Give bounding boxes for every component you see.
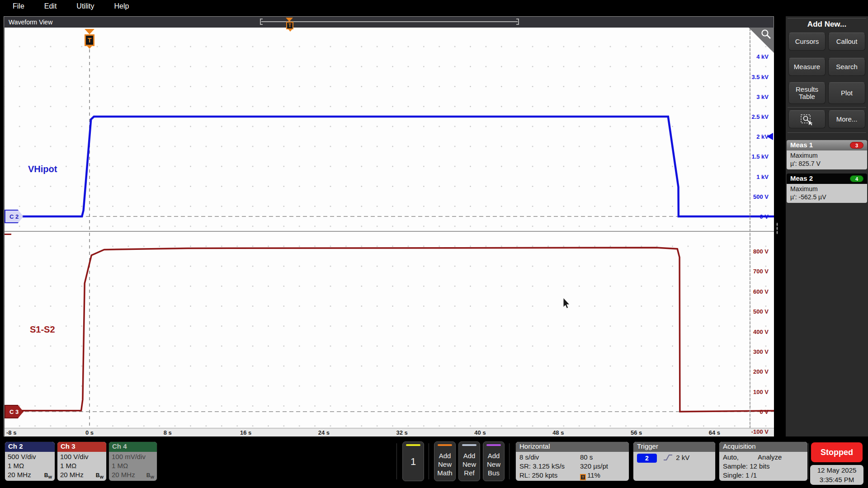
horizontal-position-bar[interactable] [261, 21, 518, 22]
add-new-math-button[interactable]: Add New Math [434, 441, 456, 481]
menu-item-edit[interactable]: Edit [44, 2, 57, 10]
time-tick: 24 s [318, 429, 330, 436]
rising-edge-icon [662, 453, 674, 462]
trigger-position-minimap-icon[interactable]: T [286, 22, 293, 29]
horizontal-scale: 8 s/div [519, 453, 539, 462]
math-color-stripe [438, 444, 452, 446]
bandwidth-limit-icon: BW [146, 471, 154, 481]
menu-item-file[interactable]: File [13, 2, 24, 10]
waveform-view-title: Waveform View [4, 17, 774, 28]
ch3-edge-marker [5, 234, 11, 235]
meas1-header: Meas 1 3 [787, 140, 867, 150]
ch3-name: Ch 3 [57, 442, 106, 452]
magnifier-icon[interactable] [760, 28, 772, 40]
trigger-title: Trigger [633, 442, 715, 452]
ch2-bandwidth: 20 MHz [8, 470, 31, 479]
ch3-ytick: 800 V [753, 248, 769, 255]
bandwidth-limit-icon: BW [44, 471, 52, 481]
ch2-ytick: 2.5 kV [751, 113, 769, 120]
trigger-position-icon: T [580, 474, 586, 480]
waveform-1-button[interactable]: 1 [402, 441, 424, 481]
trigger-position-pointer-icon[interactable] [286, 18, 293, 22]
meas2-body: Maximum µ': -562.5 µV [787, 184, 867, 203]
ch3-bandwidth: 20 MHz [60, 470, 84, 479]
time-tick: 40 s [474, 429, 486, 436]
cursors-button[interactable]: Cursors [788, 33, 826, 51]
horizontal-duration: 80 s [580, 453, 625, 462]
time-tick: 64 s [709, 429, 720, 436]
ch2-ytick: 3 kV [756, 93, 769, 100]
ref-color-stripe [462, 444, 476, 446]
waveform-view-panel: Waveform View T T C 2 C 3 VHipot S1-S2 4… [4, 16, 774, 436]
mouse-cursor-icon [563, 298, 571, 310]
menu-item-utility[interactable]: Utility [76, 2, 94, 10]
run-stop-status-button[interactable]: Stopped [811, 442, 863, 462]
ch2-ytick: 4 kV [756, 53, 769, 60]
trigger-marker-icon[interactable]: T [85, 34, 94, 46]
time-label: 3:35:45 PM [810, 475, 863, 484]
minor-tick-column [750, 28, 750, 428]
waveform-plot-area[interactable]: T C 2 C 3 VHipot S1-S2 4 kV3.5 kV3 kV2.5… [5, 28, 774, 428]
ch2-ytick: 3.5 kV [751, 73, 769, 80]
channel-4-badge[interactable]: Ch 4 100 mV/div 1 MΩ 20 MHz BW [108, 441, 157, 481]
waveform-svg [5, 28, 774, 428]
time-tick: -8 s [6, 429, 16, 436]
time-tick: 56 s [631, 429, 642, 436]
horizontal-badge[interactable]: Horizontal 8 s/div 80 s SR: 3.125 kS/s 3… [515, 441, 629, 481]
meas2-value: µ': -562.5 µV [790, 193, 863, 201]
more-button[interactable]: More... [828, 110, 865, 128]
time-tick: 32 s [396, 429, 408, 436]
bus-color-stripe [486, 444, 501, 446]
meas1-source-pill: 3 [850, 142, 863, 149]
ch3-ytick: 300 V [753, 348, 769, 355]
record-start-bracket [260, 19, 263, 25]
horizontal-title: Horizontal [516, 442, 629, 452]
trigger-level: 2 kV [676, 454, 689, 461]
ch3-impedance: 1 MΩ [60, 461, 104, 470]
menu-bar: FileEditUtilityHelp [0, 0, 868, 13]
time-axis-strip: -8 s0 s8 s16 s24 s32 s40 s48 s56 s64 s [5, 428, 774, 436]
search-button[interactable]: Search [828, 58, 865, 76]
callout-button[interactable]: Callout [828, 33, 865, 51]
ch2-impedance: 1 MΩ [8, 461, 52, 470]
trigger-marker-pointer-icon[interactable] [85, 29, 94, 34]
trace-vhipot[interactable] [5, 117, 774, 216]
plot-button[interactable]: Plot [828, 82, 865, 104]
ch3-trace-label[interactable]: S1-S2 [30, 324, 55, 335]
trigger-position-percent: 11% [587, 471, 600, 479]
ch3-ytick: 200 V [753, 368, 769, 375]
waveform-1-color-stripe [406, 444, 420, 446]
time-tick: 8 s [164, 429, 172, 436]
results-table-button[interactable]: Results Table [788, 82, 826, 104]
meas2-title: Meas 2 [790, 174, 813, 182]
trigger-level-arrow-icon[interactable] [767, 133, 773, 140]
results-bar: Add New... Cursors Callout Measure Searc… [786, 16, 868, 436]
menu-item-help[interactable]: Help [114, 2, 129, 10]
ch2-name: Ch 2 [5, 442, 55, 452]
date-label: 12 May 2025 [810, 465, 863, 475]
ch2-trace-label[interactable]: VHipot [28, 164, 57, 174]
meas1-type: Maximum [790, 151, 863, 160]
meas1-badge[interactable]: Meas 1 3 Maximum µ': 825.7 V [787, 140, 867, 169]
acquisition-single: Single: 1 /1 [723, 471, 804, 480]
ch3-ytick: 100 V [753, 388, 769, 395]
add-bus-label: Add New Bus [487, 452, 500, 477]
time-tick: 16 s [240, 429, 251, 436]
zoom-select-button[interactable] [788, 110, 826, 128]
ch4-scale: 100 mV/div [112, 452, 154, 461]
channel-3-badge[interactable]: Ch 3 100 V/div 1 MΩ 20 MHz BW [57, 441, 107, 481]
acquisition-badge[interactable]: Acquisition Auto, Analyze Sample: 12 bit… [719, 441, 808, 481]
date-time-display[interactable]: 12 May 2025 3:35:45 PM [810, 465, 863, 485]
ch2-scale: 500 V/div [8, 452, 52, 461]
meas2-header: Meas 2 4 [787, 174, 867, 184]
channel-2-badge[interactable]: Ch 2 500 V/div 1 MΩ 20 MHz BW [5, 441, 55, 481]
add-new-ref-button[interactable]: Add New Ref [458, 441, 480, 481]
trigger-badge[interactable]: Trigger 2 2 kV [633, 441, 716, 481]
trace-s1-s2[interactable] [5, 248, 774, 412]
measure-button[interactable]: Measure [788, 58, 826, 76]
add-ref-label: Add New Ref [462, 452, 476, 477]
panel-drag-handle[interactable] [776, 222, 778, 235]
ch2-ytick: 1 kV [756, 173, 769, 180]
add-new-bus-button[interactable]: Add New Bus [483, 441, 505, 481]
meas2-badge[interactable]: Meas 2 4 Maximum µ': -562.5 µV [787, 174, 867, 203]
